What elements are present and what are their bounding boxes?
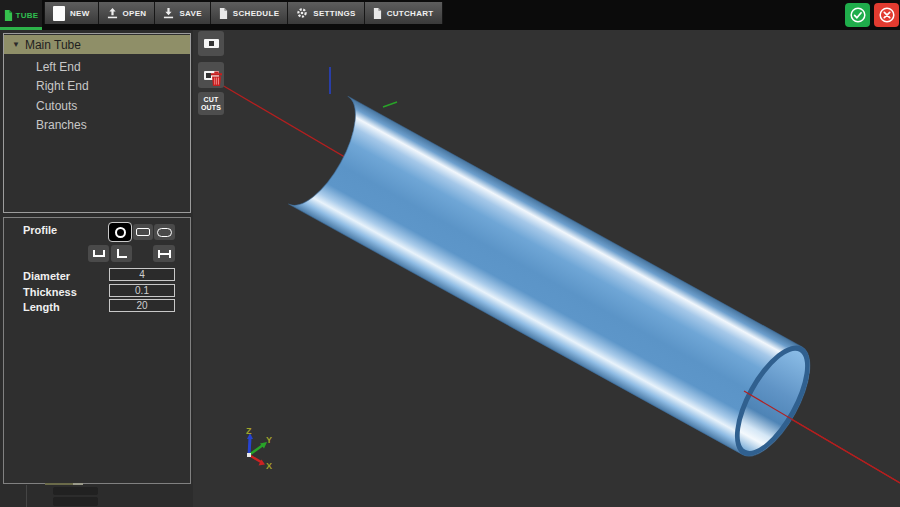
open-upload-icon [107,7,118,19]
tree-item-branches[interactable]: Branches [4,116,190,136]
profile-u-channel-button[interactable] [88,245,109,262]
top-toolbar: TUBE NEW OPEN SAVE SCHEDULE [0,0,900,30]
partial-field-2[interactable] [53,497,98,506]
profile-obround-button[interactable] [154,224,175,240]
part-rect-icon [204,39,219,48]
flat-bar-profile-icon [158,250,171,258]
thickness-label: Thickness [23,286,77,298]
length-label: Length [23,301,60,313]
thickness-input[interactable] [109,284,175,297]
part-rect-icon [204,71,219,80]
tree-children: Left End Right End Cutouts Branches [4,54,190,135]
obround-profile-icon [157,228,172,237]
cutchart-file-icon [373,8,382,19]
cut-outs-label: CUT OUTS [199,96,223,112]
tree-item-label: Main Tube [25,38,81,52]
new-button[interactable]: NEW [44,2,99,24]
settings-gear-icon [296,7,308,19]
profile-l-angle-button[interactable] [111,245,132,262]
l-angle-profile-icon [117,249,127,258]
tab-tube-label: TUBE [16,11,39,20]
tab-tube[interactable]: TUBE [0,0,42,30]
properties-panel: Profile Diameter Thickness Length [3,217,191,484]
diameter-input[interactable] [109,268,175,281]
tree-item-main-tube[interactable]: ▼ Main Tube [4,35,190,54]
cutchart-button[interactable]: CUTCHART [365,2,443,24]
u-channel-profile-icon [93,250,105,257]
save-button[interactable]: SAVE [155,2,210,24]
tree-item-left-end[interactable]: Left End [4,57,190,77]
profile-label: Profile [23,224,57,236]
cancel-button[interactable] [874,3,899,27]
confirm-button[interactable] [845,3,870,27]
tree-item-right-end[interactable]: Right End [4,77,190,97]
model-tree-panel: ▼ Main Tube Left End Right End Cutouts B… [3,33,191,213]
save-download-icon [163,7,174,19]
toolbar-buttons: NEW OPEN SAVE SCHEDULE [44,2,443,24]
rectangle-profile-icon [136,228,150,236]
schedule-button[interactable]: SCHEDULE [211,2,288,24]
length-input[interactable] [109,299,175,312]
viewport-3d[interactable] [193,30,900,507]
circle-profile-icon [115,227,126,238]
active-tab-underline [0,27,42,30]
tree-item-cutouts[interactable]: Cutouts [4,96,190,116]
settings-button[interactable]: SETTINGS [288,2,364,24]
partial-field-1[interactable] [53,487,98,495]
x-circle-icon [878,6,896,24]
diameter-label: Diameter [23,270,70,282]
part-display-button[interactable] [198,31,224,56]
partial-divider [26,485,27,507]
delete-part-button[interactable] [198,62,224,88]
profile-circle-button[interactable] [109,223,131,241]
profile-flat-bar-button[interactable] [153,245,175,262]
partial-hidden-row-highlight [73,483,83,485]
cut-outs-button[interactable]: CUT OUTS [198,92,224,115]
profile-rectangle-button[interactable] [133,224,153,240]
collapse-caret-icon[interactable]: ▼ [12,40,20,49]
check-circle-icon [849,6,867,24]
tube-file-icon [4,10,13,21]
open-button[interactable]: OPEN [99,2,156,24]
new-file-icon [53,6,65,21]
schedule-file-icon [219,8,228,19]
